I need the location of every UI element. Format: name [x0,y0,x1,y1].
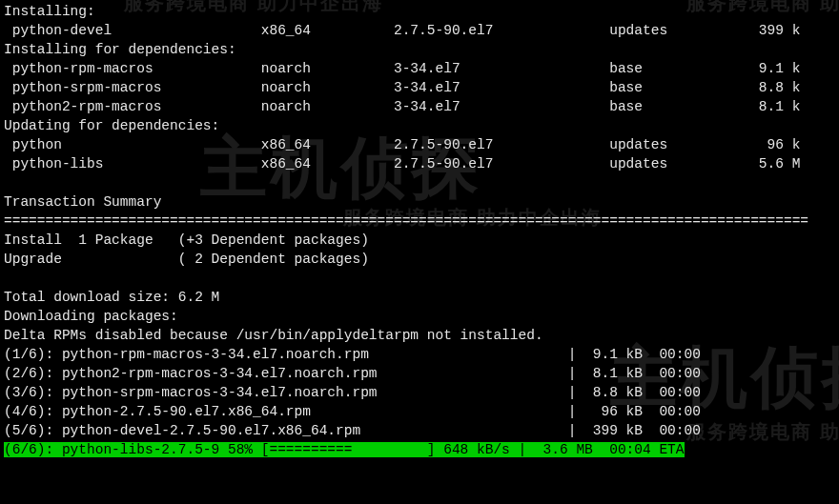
download-progress-active: (6/6): python-libs-2.7.5-9 58% [========… [4,442,685,457]
terminal-output: Installing: python-devel x86_64 2.7.5-90… [0,0,839,461]
